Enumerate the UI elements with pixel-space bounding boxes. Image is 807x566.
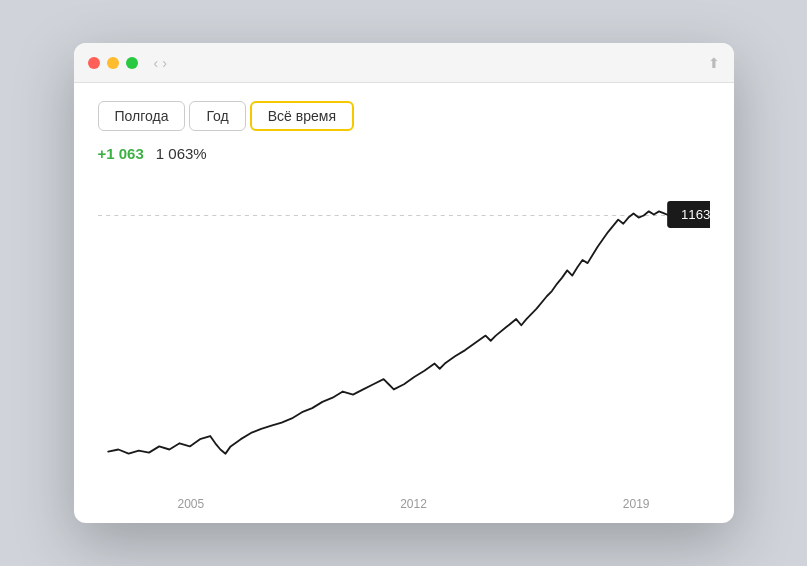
app-window: ‹ › ⬆ Полгода Год Всё время +1 063 1 063…	[74, 43, 734, 523]
traffic-lights	[88, 57, 138, 69]
tab-half-year[interactable]: Полгода	[98, 101, 186, 131]
titlebar: ‹ › ⬆	[74, 43, 734, 83]
content-area: Полгода Год Всё время +1 063 1 063% 1163…	[74, 83, 734, 523]
tab-group: Полгода Год Всё время	[98, 101, 710, 131]
chart-line	[108, 211, 669, 453]
nav-arrows: ‹ ›	[154, 55, 167, 71]
minimize-button[interactable]	[107, 57, 119, 69]
share-icon: ⬆	[708, 55, 720, 71]
year-label-2019: 2019	[623, 497, 650, 511]
stat-percent: 1 063%	[156, 145, 207, 162]
tab-year[interactable]: Год	[189, 101, 245, 131]
tab-all-time[interactable]: Всё время	[250, 101, 354, 131]
forward-arrow[interactable]: ›	[162, 55, 167, 71]
year-label-2005: 2005	[178, 497, 205, 511]
chart-area: 1163,13	[98, 172, 710, 493]
titlebar-right: ⬆	[708, 55, 720, 71]
current-value-label: 1163,13	[680, 207, 709, 222]
year-label-2012: 2012	[400, 497, 427, 511]
chart-svg: 1163,13	[98, 172, 710, 493]
stats-row: +1 063 1 063%	[98, 145, 710, 162]
close-button[interactable]	[88, 57, 100, 69]
maximize-button[interactable]	[126, 57, 138, 69]
stat-change: +1 063	[98, 145, 144, 162]
year-labels: 2005 2012 2019	[98, 493, 710, 511]
back-arrow[interactable]: ‹	[154, 55, 159, 71]
